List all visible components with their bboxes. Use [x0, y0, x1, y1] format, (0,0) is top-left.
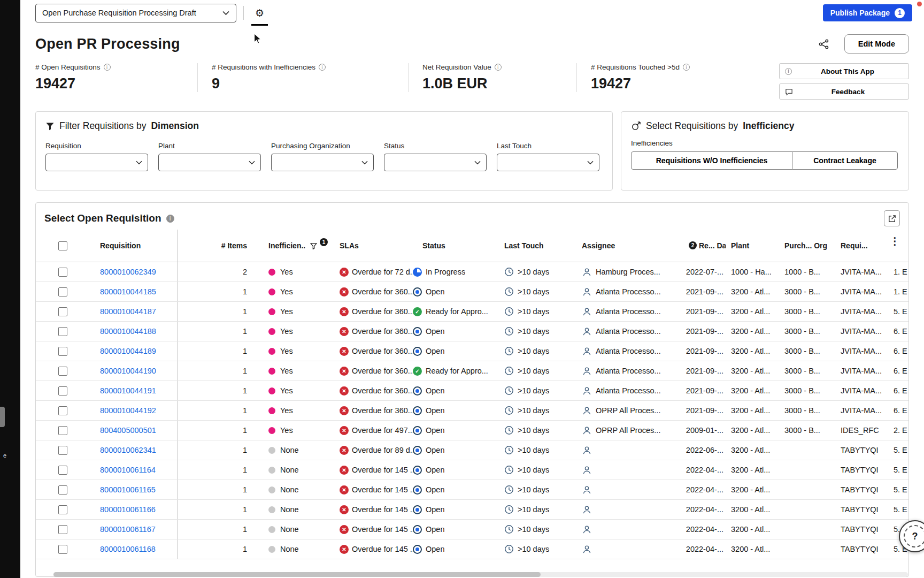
- requisition-link[interactable]: 8000010044188: [100, 327, 156, 336]
- row-checkbox[interactable]: [58, 505, 67, 514]
- col-header-release-date[interactable]: 2 Re... Date: [672, 241, 726, 250]
- info-icon[interactable]: [495, 64, 502, 71]
- table-row[interactable]: 8000010061165 1 None Overdue for 145 ...…: [36, 480, 908, 500]
- col-header-assignee[interactable]: Assignee: [573, 241, 672, 250]
- row-checkbox[interactable]: [58, 268, 67, 277]
- requisition-link[interactable]: 8000010044189: [100, 347, 156, 355]
- person-icon: [582, 406, 592, 416]
- row-checkbox[interactable]: [58, 307, 67, 316]
- table-body: 8000010062349 2 Yes Overdue for 72 d... …: [36, 262, 908, 559]
- requisitions-wo-inefficiencies-button[interactable]: Requisitions W/O Inefficiencies: [631, 151, 792, 170]
- status-filter-select[interactable]: [384, 154, 487, 171]
- table-title: Select Open Requisition: [44, 212, 161, 224]
- last-touch-value: >10 days: [518, 386, 549, 395]
- settings-tab[interactable]: [251, 0, 268, 26]
- info-icon[interactable]: [319, 64, 326, 71]
- scrollbar-thumb[interactable]: [53, 572, 541, 577]
- info-icon[interactable]: [683, 64, 690, 71]
- edit-mode-button[interactable]: Edit Mode: [844, 34, 909, 54]
- table-row[interactable]: 8000010062341 1 None Overdue for 89 d...…: [36, 440, 908, 460]
- sla-overdue-icon: [340, 347, 349, 356]
- col-header-inefficiency[interactable]: Inefficien... 1: [258, 241, 330, 250]
- col-header-slas[interactable]: SLAs: [330, 241, 413, 250]
- inefficiency-dot: [268, 427, 275, 434]
- last-touch-filter-select[interactable]: [497, 154, 599, 171]
- table-row[interactable]: 8000010061167 1 None Overdue for 145 ...…: [36, 520, 908, 539]
- requisition-link[interactable]: 8000010044192: [100, 406, 156, 415]
- view-selector[interactable]: Open Purchase Requisition Processing Dra…: [35, 4, 236, 22]
- requisition-filter-select[interactable]: [45, 154, 148, 171]
- requisition-link[interactable]: 8000010044191: [100, 386, 156, 395]
- publish-package-button[interactable]: Publish Package 1: [823, 4, 912, 21]
- row-checkbox[interactable]: [58, 347, 67, 356]
- table-row[interactable]: 8000010061168 1 None Overdue for 145 ...…: [36, 539, 908, 559]
- col-header-status[interactable]: Status: [413, 241, 496, 250]
- info-icon[interactable]: [166, 215, 174, 223]
- purchasing-organization-filter-select[interactable]: [271, 154, 374, 171]
- requisition-link[interactable]: 8000010044190: [100, 367, 156, 375]
- requisition-link[interactable]: 8000010061166: [100, 505, 156, 514]
- row-checkbox[interactable]: [58, 406, 67, 415]
- row-checkbox[interactable]: [58, 367, 67, 376]
- person-icon: [582, 267, 592, 277]
- chevron-down-icon: [587, 161, 594, 165]
- row-checkbox[interactable]: [58, 327, 67, 336]
- row-checkbox[interactable]: [58, 426, 67, 435]
- table-row[interactable]: 8000010061164 1 None Overdue for 145 ...…: [36, 460, 908, 480]
- status-icon: [413, 268, 422, 277]
- requisition-link[interactable]: 8000010061168: [100, 545, 156, 553]
- row-checkbox[interactable]: [58, 446, 67, 455]
- col-header-requisition[interactable]: Requisition: [84, 230, 178, 262]
- requisition-link[interactable]: 8000010061164: [100, 466, 156, 474]
- table-row[interactable]: 8000010044188 1 Yes Overdue for 360... O…: [36, 322, 908, 341]
- horizontal-scrollbar[interactable]: [53, 572, 908, 577]
- row-checkbox[interactable]: [58, 525, 67, 534]
- table-row[interactable]: 8000010044189 1 Yes Overdue for 360... O…: [36, 341, 908, 361]
- status-icon: [413, 525, 422, 534]
- row-checkbox[interactable]: [58, 287, 67, 296]
- about-this-app-button[interactable]: About This App: [779, 63, 909, 79]
- col-header-plant[interactable]: Plant: [726, 241, 779, 250]
- sla-overdue-icon: [340, 268, 349, 277]
- table-row[interactable]: 8000010044191 1 Yes Overdue for 360... O…: [36, 381, 908, 401]
- col-header-last-touch[interactable]: Last Touch: [496, 241, 573, 250]
- plant-value: 3200 - Atl...: [731, 307, 770, 316]
- info-icon: [785, 68, 792, 75]
- left-rail-handle[interactable]: [0, 407, 5, 427]
- last-touch-value: >10 days: [518, 485, 549, 494]
- table-row[interactable]: 8000010061166 1 None Overdue for 145 ...…: [36, 500, 908, 520]
- requisition-link[interactable]: 8000010062341: [100, 446, 156, 454]
- table-row[interactable]: 8004005000501 1 Yes Overdue for 497... O…: [36, 421, 908, 440]
- info-icon[interactable]: [104, 64, 111, 71]
- requisition-link[interactable]: 8004005000501: [100, 426, 156, 435]
- release-date-value: 2022-04-...: [686, 485, 723, 494]
- col-header-items[interactable]: # Items: [178, 241, 258, 250]
- table-row[interactable]: 8000010062349 2 Yes Overdue for 72 d... …: [36, 262, 908, 282]
- requisition-link[interactable]: 8000010044187: [100, 307, 156, 316]
- inefficiency-value: Yes: [280, 287, 293, 296]
- requisition-link[interactable]: 8000010044185: [100, 287, 156, 296]
- table-row[interactable]: 8000010044192 1 Yes Overdue for 360... O…: [36, 401, 908, 421]
- select-all-checkbox[interactable]: [58, 241, 67, 250]
- requisition-link[interactable]: 8000010061167: [100, 525, 156, 534]
- col-header-purchasing-org[interactable]: Purch... Org: [779, 241, 835, 250]
- col-header-requisitioner[interactable]: Requi...: [835, 241, 891, 250]
- share-button[interactable]: [818, 39, 829, 50]
- status-text: In Progress: [426, 268, 465, 276]
- requisition-link[interactable]: 8000010062349: [100, 268, 156, 276]
- row-checkbox[interactable]: [58, 466, 67, 475]
- kpi-label: Net Requisition Value: [422, 63, 491, 71]
- inefficiency-value: None: [280, 446, 299, 454]
- requisition-link[interactable]: 8000010061165: [100, 485, 156, 494]
- table-row[interactable]: 8000010044190 1 Yes Overdue for 360... R…: [36, 361, 908, 381]
- row-checkbox[interactable]: [58, 485, 67, 495]
- export-button[interactable]: [884, 210, 900, 226]
- kebab-menu-icon[interactable]: [890, 235, 900, 247]
- plant-filter-select[interactable]: [158, 154, 261, 171]
- contract-leakage-button[interactable]: Contract Leakage: [792, 151, 898, 170]
- feedback-button[interactable]: Feedback: [779, 83, 909, 100]
- row-checkbox[interactable]: [58, 386, 67, 396]
- row-checkbox[interactable]: [58, 545, 67, 554]
- table-row[interactable]: 8000010044187 1 Yes Overdue for 360... R…: [36, 302, 908, 322]
- table-row[interactable]: 8000010044185 1 Yes Overdue for 360... O…: [36, 282, 908, 302]
